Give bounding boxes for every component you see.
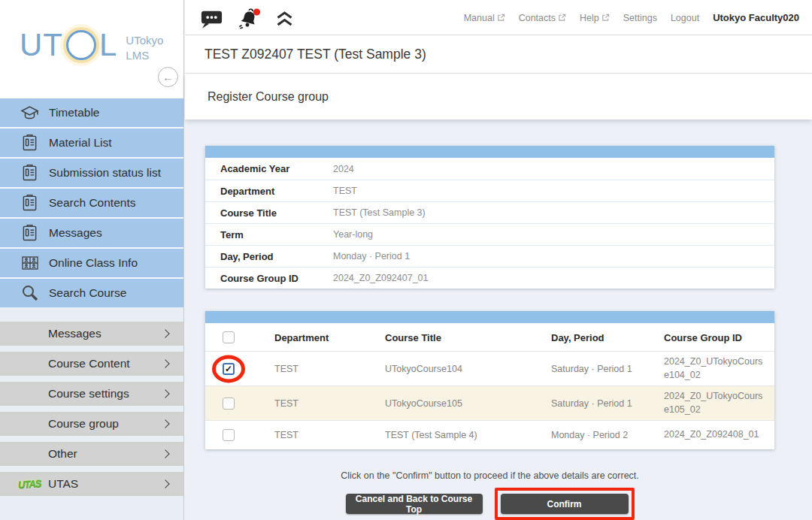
- sidebar-item-online-class-info[interactable]: Online Class Info: [0, 249, 183, 277]
- sidebar-item-label: Material List: [49, 136, 112, 150]
- sidebar-item-search-contents[interactable]: Search Contents: [0, 189, 183, 217]
- department-cell: TEST: [274, 364, 385, 374]
- chat-icon[interactable]: [199, 9, 224, 29]
- sidebar-item-label: Search Course: [49, 286, 126, 300]
- grid-people-icon: [20, 253, 40, 274]
- sidebar-item-label: Submission status list: [49, 166, 161, 180]
- sidebar-item-label: UTAS: [48, 477, 78, 491]
- row-checkbox-cell: [205, 386, 274, 420]
- details-label: Academic Year: [220, 163, 333, 174]
- details-label: Course Group ID: [220, 273, 333, 284]
- confirm-instruction: Click on the "Confirm" button to proceed…: [205, 470, 774, 481]
- sidebar-item-label: Online Class Info: [49, 256, 138, 270]
- notification-bell-icon[interactable]: [236, 8, 262, 31]
- day-period-cell: Saturday · Period 1: [551, 364, 664, 374]
- utol-logo-text: UTL: [20, 27, 117, 63]
- sidebar-item-search-course[interactable]: Search Course: [0, 279, 183, 307]
- details-row-term: TermYear-long: [205, 223, 774, 245]
- section-band: Register Course group: [185, 74, 812, 119]
- topbar-links: ManualContactsHelpSettingsLogout Utokyo …: [464, 0, 799, 35]
- topbar-link-label: Help: [580, 13, 599, 23]
- sidebar-item-label: Course settings: [48, 387, 129, 401]
- external-link-icon: [601, 14, 610, 22]
- topbar-link-settings[interactable]: Settings: [623, 13, 657, 23]
- sidebar-item-course-settings[interactable]: Course settings: [0, 382, 183, 406]
- sidebar-item-course-group[interactable]: Course group: [0, 412, 183, 436]
- sidebar-item-label: Messages: [49, 226, 102, 240]
- details-value: Monday · Period 1: [333, 251, 774, 262]
- topbar-link-logout[interactable]: Logout: [671, 13, 699, 23]
- sidebar-item-label: Timetable: [49, 106, 99, 119]
- table-header-strip: [205, 311, 774, 323]
- action-buttons: Cancel and Back to Course Top Confirm: [205, 488, 774, 520]
- external-link-icon: [497, 14, 505, 22]
- panel-header-strip: [205, 146, 774, 158]
- topbar-link-help[interactable]: Help: [580, 13, 610, 23]
- course-group-id-cell: 2024_Z0_UTokyoCourse105_02: [664, 386, 774, 420]
- sidebar-item-label: Course group: [48, 417, 119, 431]
- sidebar-item-utas[interactable]: UTASUTAS: [0, 472, 183, 496]
- sidebar-main-menu: TimetableMaterial ListSubmission status …: [0, 98, 183, 307]
- logo-text-l: L: [99, 27, 117, 63]
- sidebar-collapse-button[interactable]: ←: [158, 67, 178, 87]
- confirm-button[interactable]: Confirm: [501, 494, 629, 514]
- sidebar-item-messages[interactable]: Messages: [0, 322, 183, 346]
- page-title: TEST Z092407 TEST (Test Sample 3): [205, 47, 426, 62]
- chevron-right-icon: [161, 329, 169, 337]
- topbar-link-label: Contacts: [519, 13, 556, 23]
- main-area: ManualContactsHelpSettingsLogout Utokyo …: [185, 0, 812, 520]
- clipboard-icon: [20, 133, 40, 153]
- row-checkbox[interactable]: [223, 429, 235, 441]
- sidebar-item-submission-status-list[interactable]: Submission status list: [0, 159, 183, 187]
- column-header-department: Department: [274, 332, 385, 343]
- details-row-course-title: Course TitleTEST (Test Sample 3): [205, 201, 774, 223]
- sidebar-item-material-list[interactable]: Material List: [0, 128, 183, 157]
- arrow-left-icon: ←: [162, 71, 174, 83]
- day-period-cell: Monday · Period 2: [551, 430, 664, 440]
- course-group-id-cell: 2024_Z0_UTokyoCourse104_02: [664, 352, 774, 385]
- column-header-course-title: Course Title: [385, 332, 551, 343]
- clipboard-icon: [20, 163, 40, 183]
- chevron-right-icon: [161, 359, 169, 367]
- column-header-day-period: Day, Period: [551, 332, 664, 343]
- sidebar-item-label: Course Content: [48, 357, 130, 370]
- details-label: Course Title: [220, 207, 333, 219]
- course-title-band: TEST Z092407 TEST (Test Sample 3): [185, 35, 812, 74]
- details-label: Day, Period: [220, 251, 333, 262]
- topbar-link-manual[interactable]: Manual: [464, 13, 505, 23]
- details-label: Term: [220, 229, 333, 240]
- course-group-row: ✓TESTUTokyoCourse104Saturday · Period 12…: [205, 351, 774, 385]
- topbar-link-contacts[interactable]: Contacts: [519, 13, 566, 23]
- chevron-right-icon: [161, 449, 169, 458]
- sidebar: UTL UTokyo LMS ← TimetableMaterial ListS…: [0, 0, 184, 520]
- chevron-right-icon: [161, 419, 169, 428]
- details-row-department: DepartmentTEST: [205, 180, 774, 201]
- row-checkbox[interactable]: [223, 398, 235, 410]
- sidebar-item-label: Other: [48, 447, 77, 461]
- row-checkbox-cell: ✓: [205, 352, 274, 385]
- row-checkbox-cell: [205, 421, 274, 449]
- sidebar-item-timetable[interactable]: Timetable: [0, 98, 183, 127]
- details-row-day-period: Day, PeriodMonday · Period 1: [205, 245, 774, 267]
- annotation-red-box: Confirm: [495, 488, 635, 520]
- logo-o-circle-icon: [66, 30, 96, 60]
- username-label: Utokyo Faculty020: [713, 12, 799, 23]
- utas-logo-icon: UTAS: [18, 477, 41, 490]
- course-title-cell: UTokyoCourse105: [385, 398, 551, 409]
- topbar-link-label: Manual: [464, 13, 495, 23]
- details-row-academic-year: Academic Year2024: [205, 158, 774, 180]
- department-cell: TEST: [274, 430, 385, 440]
- collapse-topbar-icon[interactable]: [274, 11, 295, 27]
- department-cell: TEST: [274, 398, 385, 409]
- content: Academic Year2024DepartmentTESTCourse Ti…: [185, 119, 812, 520]
- select-all-checkbox[interactable]: [223, 331, 235, 343]
- cancel-button[interactable]: Cancel and Back to Course Top: [346, 494, 483, 514]
- topbar: ManualContactsHelpSettingsLogout Utokyo …: [185, 0, 812, 35]
- sidebar-item-messages[interactable]: Messages: [0, 219, 183, 247]
- details-value: 2024_Z0_Z092407_01: [333, 273, 774, 283]
- row-checkbox[interactable]: ✓: [223, 363, 235, 375]
- topbar-link-label: Settings: [623, 13, 657, 23]
- sidebar-item-course-content[interactable]: Course Content: [0, 352, 183, 376]
- sidebar-item-other[interactable]: Other: [0, 442, 183, 466]
- chevron-right-icon: [161, 479, 169, 488]
